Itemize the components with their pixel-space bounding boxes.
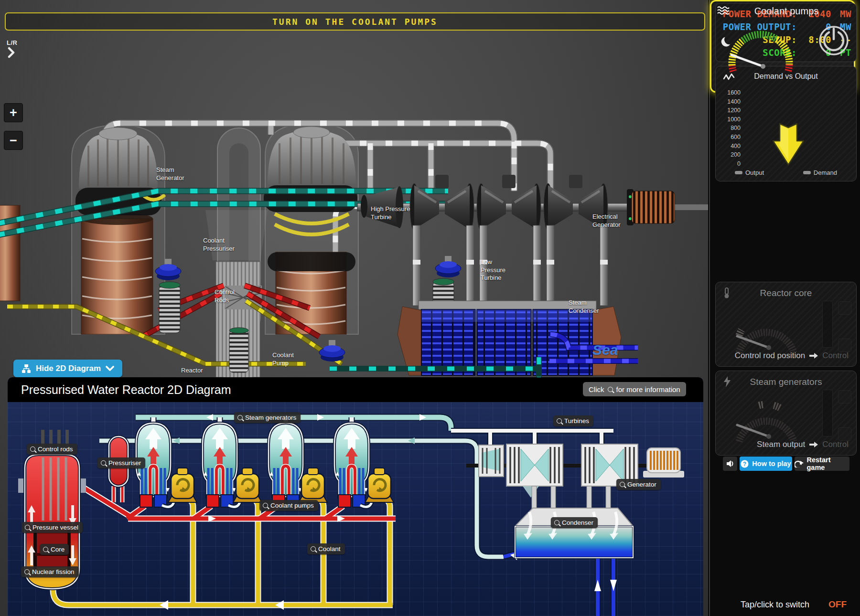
legend-demand-pill [803,171,811,174]
legend-demand[interactable]: Demand [803,169,837,176]
magnifier-icon [554,520,559,525]
chart-legend: Output Demand [716,169,856,176]
ytick: 1200 [723,107,741,116]
zoom-control-button[interactable] [838,301,851,315]
lr-label: L/R [7,39,17,46]
chip-coolant-pumps[interactable]: Coolant pumps [259,500,318,511]
chip-coolant[interactable]: Coolant [307,543,345,554]
control-rod-slider[interactable] [822,301,833,348]
reactor-core-gauge [722,301,811,356]
hide-2d-diagram-button[interactable]: Hide 2D Diagram [13,360,122,377]
label-steam-generator: Steam Generator [156,166,184,182]
power-button-icon[interactable] [819,25,849,56]
gauge-needle [731,55,763,66]
magnifier-icon [30,446,35,452]
diagram-2d-panel: Pressurised Water Reactor 2D Diagram Cli… [8,377,703,616]
coolant-pumps-title: Coolant pumps [711,6,860,17]
label-control-rods: Control Rods [215,288,235,304]
restart-arrow-icon [795,460,804,467]
zoom-out-button[interactable]: − [4,131,23,150]
steam-generators-title: Steam generators [716,377,856,387]
zoom-control-button[interactable] [838,390,851,404]
reactor-3d-scene [0,0,708,377]
chip-turbines[interactable]: Turbines [553,415,593,426]
generator-2d [643,448,684,478]
hp-turbine-2d [479,445,504,477]
chip-generator[interactable]: Generator [616,479,661,490]
hide-2d-diagram-label: Hide 2D Diagram [36,364,101,373]
arrow-right-icon [809,442,818,447]
label-high-pressure-turbine: High Pressure Turbine [371,205,410,221]
magnifier-icon [620,482,625,487]
demand-vs-output-panel: Demand vs Output 1600 1400 1200 1000 800… [715,66,857,181]
sound-toggle-button[interactable] [723,457,737,471]
coolant-pumps-gauge [717,20,805,75]
label-coolant-pump: Coolant Pump [272,351,294,367]
label-electrical-generator: Electrical Generator [592,213,621,229]
legend-output-pill [735,171,742,174]
how-to-play-button[interactable]: ? How to play [740,457,792,471]
control-sidebar: POWER DEMAND: 1040 MW POWER OUTPUT: 0 MW… [709,0,860,616]
steam-generators-footer: Steam output Control [724,440,849,449]
switch-hint-text: Tap/click to switch [741,600,809,610]
ytick: 600 [723,134,741,143]
ytick: 1400 [723,98,741,107]
zoom-in-button[interactable]: + [4,103,23,122]
magnifier-icon [557,418,562,424]
magnifier-icon [43,547,48,552]
question-icon: ? [741,460,749,468]
sitemap-icon [22,364,31,373]
restart-game-button[interactable]: Restart game [795,457,849,471]
reactor-core-panel: Reactor core Control rod position Contro… [715,282,857,367]
steam-output-slider[interactable] [822,390,833,436]
chip-steam-generators[interactable]: Steam generators [234,412,301,423]
label-low-pressure-turbine: Low Pressure Turbine [481,258,505,282]
ytick: 200 [723,151,741,160]
info-hint-suffix: for more information [616,385,680,393]
lock-control-button[interactable] [838,427,851,441]
label-reactor: Reactor [181,367,203,375]
chip-pressure-vessel[interactable]: Pressure vessel [22,522,83,533]
magnifier-icon [237,415,243,420]
chip-nuclear-fission[interactable]: Nuclear fission [21,566,79,577]
magnifier-icon [608,387,613,392]
svg-text:?: ? [743,461,746,467]
diagram-2d-title: Pressurised Water Reactor 2D Diagram [21,377,231,402]
pwr-2d-schematic [8,377,703,616]
chip-condenser[interactable]: Condenser [551,517,598,528]
chevron-down-icon [106,366,114,372]
condenser-2d [515,508,633,558]
magnifier-icon [24,569,30,574]
reactor-core-footer: Control rod position Control [724,351,849,361]
magnifier-icon [101,460,106,466]
lock-control-button[interactable] [838,339,851,352]
coolant-pumps-state: OFF [828,599,847,610]
ytick: 1600 [723,89,741,98]
ytick: 800 [723,125,741,134]
magnifier-icon [263,503,268,508]
reactor-core-title: Reactor core [716,288,856,298]
legend-output[interactable]: Output [735,169,764,176]
info-hint-button: Click for more information [583,382,686,396]
chip-control-rods[interactable]: Control rods [27,444,77,455]
tutorial-arrow-down-icon [772,123,805,167]
ytick: 0 [723,160,741,170]
objective-text: TURN ON THE COOLANT PUMPS [272,17,438,27]
objective-banner: TURN ON THE COOLANT PUMPS [5,12,705,31]
speaker-icon [726,460,734,467]
steam-generators-gauge [722,390,811,445]
generator-3d [627,189,708,225]
ytick: 400 [723,143,741,152]
steam-generators-panel: Steam generators Steam output Control [715,371,857,456]
ytick: 1000 [723,116,741,125]
label-sea: Sea [592,342,618,358]
label-coolant-pressuriser: Coolant Pressuriser [203,237,235,253]
main-3d-view[interactable]: Steam Generator Coolant Pressuriser Cont… [0,0,708,616]
magnifier-icon [25,525,30,530]
info-hint-prefix: Click [589,385,604,393]
chip-core[interactable]: Core [40,544,69,555]
label-steam-condenser: Steam Condenser [569,299,599,315]
chip-pressuriser[interactable]: Pressuriser [97,457,145,468]
arrow-right-icon [809,353,818,359]
expand-chevron-icon[interactable] [8,47,15,58]
